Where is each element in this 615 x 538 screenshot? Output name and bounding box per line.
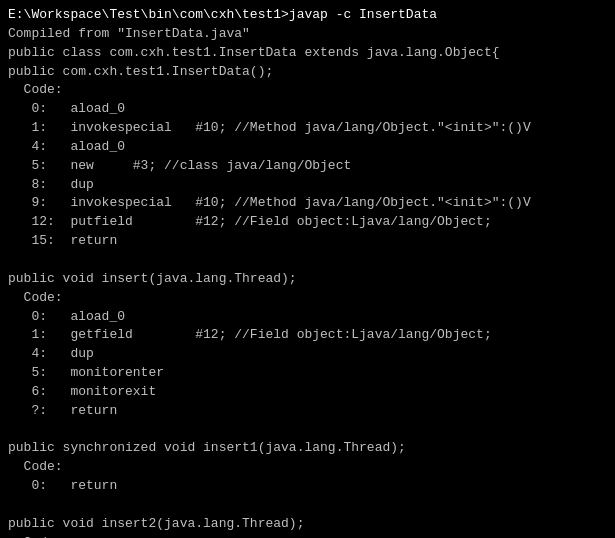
terminal-line-instr-4: 4: aload_0 (8, 138, 607, 157)
terminal-line-insert-6: 6: monitorexit (8, 383, 607, 402)
terminal-line-compiled-from: Compiled from "InsertData.java" (8, 25, 607, 44)
terminal-line-insert-q: ?: return (8, 402, 607, 421)
terminal-line-instr-5: 5: new #3; //class java/lang/Object (8, 157, 607, 176)
terminal-line-instr-1: 1: invokespecial #10; //Method java/lang… (8, 119, 607, 138)
terminal-line-insert-1: 1: getfield #12; //Field object:Ljava/la… (8, 326, 607, 345)
terminal-line-insert-sig: public void insert(java.lang.Thread); (8, 270, 607, 289)
terminal-line-code-label-4: Code: (8, 534, 607, 538)
terminal-line-instr-8: 8: dup (8, 176, 607, 195)
terminal-line-empty-1 (8, 251, 607, 270)
terminal-line-instr-0: 0: aload_0 (8, 100, 607, 119)
terminal-line-empty-2 (8, 421, 607, 440)
terminal-line-code-label-3: Code: (8, 458, 607, 477)
terminal-line-empty-3 (8, 496, 607, 515)
terminal-line-instr-15: 15: return (8, 232, 607, 251)
terminal-line-instr-9: 9: invokespecial #10; //Method java/lang… (8, 194, 607, 213)
terminal-line-insert2-sig: public void insert2(java.lang.Thread); (8, 515, 607, 534)
terminal-line-insert1-sig: public synchronized void insert1(java.la… (8, 439, 607, 458)
terminal-line-code-label-1: Code: (8, 81, 607, 100)
terminal-line-insert-5: 5: monitorenter (8, 364, 607, 383)
terminal-line-insert-0: 0: aload_0 (8, 308, 607, 327)
terminal-line-constructor-sig: public com.cxh.test1.InsertData(); (8, 63, 607, 82)
terminal-line-class-decl: public class com.cxh.test1.InsertData ex… (8, 44, 607, 63)
terminal-line-insert-4: 4: dup (8, 345, 607, 364)
terminal-line-insert1-0: 0: return (8, 477, 607, 496)
terminal-line-instr-12: 12: putfield #12; //Field object:Ljava/l… (8, 213, 607, 232)
terminal-line-code-label-2: Code: (8, 289, 607, 308)
terminal-line-cmd-line: E:\Workspace\Test\bin\com\cxh\test1>java… (8, 6, 607, 25)
terminal-window: E:\Workspace\Test\bin\com\cxh\test1>java… (0, 0, 615, 538)
